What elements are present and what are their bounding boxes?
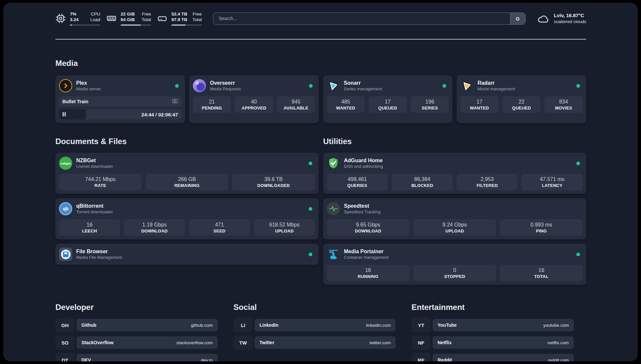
weather-condition: scattered clouds bbox=[554, 19, 586, 25]
stat-value: 2,953 bbox=[458, 176, 516, 183]
sonarr-icon bbox=[327, 79, 340, 92]
portainer-card[interactable]: Media Portainer Container management 16 … bbox=[323, 244, 586, 285]
status-dot bbox=[175, 84, 179, 88]
stat-tile: 2,953 FILTERED bbox=[457, 174, 518, 190]
developer-links-section: Developer GH Github github.com SO StackO… bbox=[55, 303, 218, 361]
section-title-entertainment: Entertainment bbox=[412, 303, 574, 312]
status-dot bbox=[576, 253, 580, 256]
stat-label: APPROVED bbox=[236, 106, 272, 110]
sonarr-card[interactable]: Sonarr Series management 485 WANTED 17 Q… bbox=[323, 75, 453, 123]
stat-tile: 0 STOPPED bbox=[413, 265, 496, 281]
link-url: stackoverflow.com bbox=[176, 340, 213, 345]
link-linkedin[interactable]: LI LinkedIn linkedin.com bbox=[233, 318, 396, 332]
cpu-usage: 7% bbox=[70, 11, 78, 17]
search-bar[interactable]: G bbox=[213, 13, 526, 25]
stat-label: LEECH bbox=[60, 228, 119, 233]
disk-total-label: Total bbox=[192, 17, 202, 23]
stat-label: DOWNLOAD bbox=[125, 228, 184, 233]
search-input[interactable] bbox=[213, 13, 510, 24]
stat-tile: 17 QUEUED bbox=[369, 96, 407, 113]
section-title-social: Social bbox=[233, 303, 396, 312]
stat-tile: 266 GB REMAINING bbox=[146, 174, 229, 190]
nzbget-icon: nzbget bbox=[59, 157, 72, 170]
stat-value: 17 bbox=[370, 99, 406, 105]
qbittorrent-card[interactable]: qb qBittorrent Torrent downloader 16 LEE… bbox=[55, 198, 319, 239]
system-stats: 7% 3.24 CPU Load bbox=[55, 11, 202, 26]
link-url: netflix.com bbox=[547, 340, 569, 345]
nzbget-card[interactable]: nzbget NZBGet Usenet downloader 744.21 M… bbox=[55, 153, 319, 194]
now-playing-title: Bullet Train bbox=[62, 99, 88, 104]
link-youtube[interactable]: YT YouTube youtube.com bbox=[412, 318, 574, 332]
memory-free-label: Free bbox=[141, 11, 151, 17]
stat-label: STOPPED bbox=[415, 274, 495, 279]
stat-tile: 16 TOTAL bbox=[500, 265, 583, 281]
link-url: dev.to bbox=[201, 358, 213, 362]
link-netflix[interactable]: NF Netflix netflix.com bbox=[412, 335, 574, 350]
link-stackoverflow[interactable]: SO StackOverflow stackoverflow.com bbox=[55, 335, 218, 350]
status-dot bbox=[309, 207, 312, 211]
app-name: AdGuard Home bbox=[344, 157, 383, 164]
cpu-icon bbox=[55, 13, 66, 24]
status-dot bbox=[443, 84, 446, 88]
social-links-section: Social LI LinkedIn linkedin.com TW Twitt… bbox=[233, 303, 396, 361]
header-divider bbox=[55, 39, 586, 40]
link-dev[interactable]: DT DEV dev.to bbox=[55, 353, 218, 361]
memory-stat: 22 GiB 64 GiB Free Total bbox=[106, 11, 151, 26]
link-url: reddit.com bbox=[548, 358, 569, 362]
link-name: Netflix bbox=[438, 340, 452, 345]
stat-tile: 485 WANTED bbox=[327, 96, 365, 113]
playback-progress-bar[interactable]: 24:44 / 02:06:47 bbox=[59, 109, 181, 119]
pause-icon[interactable] bbox=[63, 112, 66, 116]
app-name: Radarr bbox=[477, 80, 515, 86]
plex-card[interactable]: Plex Media server Bullet Train 24:44 / 0… bbox=[55, 75, 185, 123]
disk-stat: 52.4 TB 97.9 TB Free Total bbox=[157, 11, 202, 26]
stat-value: 9.65 Gbps bbox=[328, 222, 408, 228]
status-dot bbox=[576, 162, 580, 165]
stat-value: 17 bbox=[462, 99, 497, 105]
stat-tile: 22 QUEUED bbox=[503, 96, 541, 113]
stat-value: 0.993 ms bbox=[501, 222, 581, 228]
memory-free: 22 GiB bbox=[121, 11, 135, 17]
stat-label: SEED bbox=[190, 228, 249, 233]
memory-total: 64 GiB bbox=[121, 17, 135, 23]
portainer-icon bbox=[327, 248, 340, 261]
adguard-card[interactable]: AdGuard Home DNS and adblocking 498,461 … bbox=[323, 153, 586, 194]
section-title-media: Media bbox=[55, 59, 586, 68]
section-title-utilities: Utilities bbox=[323, 137, 586, 146]
app-subtitle: Media Requests bbox=[210, 86, 241, 92]
dashboard-window: 7% 3.24 CPU Load bbox=[3, 3, 638, 361]
cpu-stat: 7% 3.24 CPU Load bbox=[55, 11, 100, 26]
utilities-column: Utilities AdGuard Home bbox=[323, 137, 586, 285]
link-reddit[interactable]: RE Reddit reddit.com bbox=[412, 353, 574, 361]
filebrowser-card[interactable]: File Browser Media File Management bbox=[55, 244, 319, 265]
status-dot bbox=[309, 162, 312, 165]
link-abbr-badge: GH bbox=[55, 318, 75, 332]
stat-value: 40 bbox=[236, 99, 272, 105]
search-engine-button[interactable]: G bbox=[510, 13, 525, 24]
status-dot bbox=[309, 84, 313, 88]
qbittorrent-icon: qb bbox=[59, 202, 72, 215]
stat-label: DOWNLOADED bbox=[233, 183, 314, 188]
link-name: LinkedIn bbox=[259, 322, 279, 328]
stat-label: FILTERED bbox=[458, 183, 516, 188]
stat-label: DOWNLOAD bbox=[328, 228, 408, 233]
radarr-card[interactable]: Radarr Movie management 17 WANTED 22 QUE… bbox=[457, 75, 586, 123]
app-name: NZBGet bbox=[76, 157, 113, 164]
link-github[interactable]: GH Github github.com bbox=[55, 318, 218, 332]
stat-value: 16 bbox=[328, 267, 408, 274]
disk-total: 97.9 TB bbox=[171, 17, 187, 23]
cpu-load-label: Load bbox=[90, 17, 100, 23]
stat-tile: 47.571 ms LATENCY bbox=[522, 174, 583, 190]
stat-label: QUEUED bbox=[370, 106, 406, 110]
entertainment-links-section: Entertainment YT YouTube youtube.com NF … bbox=[412, 303, 574, 361]
link-twitter[interactable]: TW Twitter twitter.com bbox=[233, 335, 396, 350]
speedtest-card[interactable]: Speedtest Speedtest Tracking 9.65 Gbps D… bbox=[323, 198, 586, 239]
stat-tile: 16 RUNNING bbox=[327, 265, 410, 281]
stat-label: QUEUED bbox=[504, 106, 539, 110]
disk-progress-bar bbox=[171, 24, 202, 26]
stat-value: 744.21 Mbps bbox=[60, 176, 140, 183]
stat-tile: 9.65 Gbps DOWNLOAD bbox=[327, 219, 410, 236]
overseerr-card[interactable]: Overseerr Media Requests 21 PENDING 40 A… bbox=[189, 75, 319, 123]
memory-icon bbox=[106, 13, 117, 24]
app-name: Plex bbox=[76, 80, 101, 86]
